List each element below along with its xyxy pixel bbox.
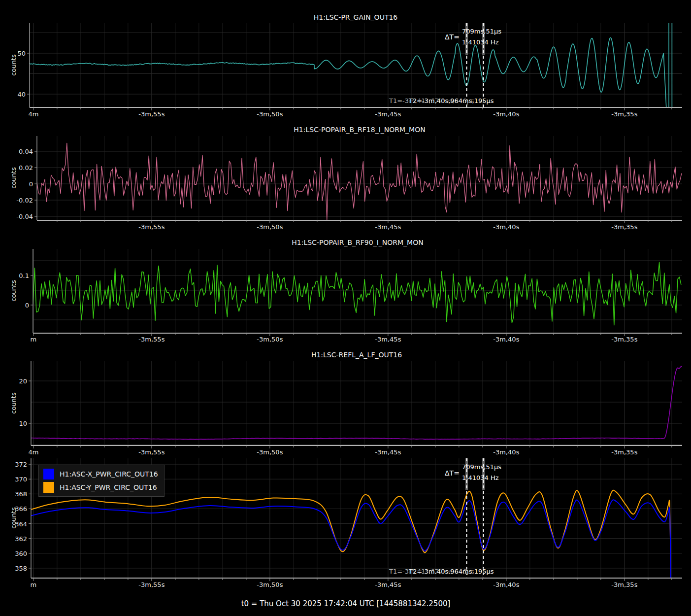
y-tick-label: 50 <box>17 50 26 57</box>
x-tick-label: -3m,45s <box>375 110 401 118</box>
y-axis-label-1: counts <box>10 54 17 75</box>
legend-row-y[interactable]: H1:ASC-Y_PWR_CIRC_OUT16 <box>43 482 158 493</box>
x-tick-label: 4m <box>28 110 38 118</box>
y-tick-label: 0 <box>29 180 33 188</box>
legend[interactable]: H1:ASC-X_PWR_CIRC_OUT16 H1:ASC-Y_PWR_CIR… <box>38 465 165 497</box>
x-tick-label: -3m,40s <box>493 581 519 588</box>
t0-timestamp: t0 = Thu Oct 30 2025 17:42:04 UTC [14458… <box>241 599 451 608</box>
delta-t-value-5: 709ms,51μs <box>462 463 501 471</box>
y-tick-label: 40 <box>17 91 26 98</box>
y-tick-label: 0.04 <box>19 148 33 155</box>
y-axis-label-4: counts <box>10 392 17 413</box>
y-tick-label: 360 <box>15 549 27 557</box>
x-tick-label: -3m,45s <box>375 448 401 456</box>
x-tick-label: -3m,35s <box>611 336 637 343</box>
delta-t-value: 709ms,51μs <box>462 28 501 35</box>
cursor-times-panel5: T1=-3m,41s,673ms,246μs T2=-3m,40s,964ms,… <box>389 568 474 575</box>
legend-row-x[interactable]: H1:ASC-X_PWR_CIRC_OUT16 <box>43 469 158 479</box>
x-tick-label: -3m,45s <box>375 223 401 231</box>
x-tick-label: -3m,45s <box>375 336 401 343</box>
x-tick-label: -3m,50s <box>257 223 283 231</box>
y-axis-label-3: counts <box>10 280 17 301</box>
cursor-times-panel1: T1=-3m,41s,673ms,246μs T2=-3m,40s,964ms,… <box>389 97 474 104</box>
x-tick-label: -3m,55s <box>138 110 165 118</box>
legend-swatch-y <box>43 482 54 493</box>
delta-t-prefix-5: ΔT= <box>445 469 460 477</box>
y-tick-label: 358 <box>15 564 27 572</box>
x-tick-label: -3m,35s <box>611 110 637 118</box>
x-tick-label: -3m,55s <box>138 223 165 231</box>
legend-label-x: H1:ASC-X_PWR_CIRC_OUT16 <box>60 470 158 478</box>
x-tick-label: -3m,50s <box>257 448 283 456</box>
legend-label-y: H1:ASC-Y_PWR_CIRC_OUT16 <box>60 483 157 491</box>
x-tick-label: m <box>31 336 37 343</box>
x-tick-label: -3m,35s <box>611 223 637 231</box>
y-tick-label: 0.1 <box>19 272 29 279</box>
panel-title-rf18: H1:LSC-POPAIR_B_RF18_I_NORM_MON <box>294 126 425 134</box>
y-tick-label: 0.02 <box>19 164 33 171</box>
delta-f-value-5: 1.41034 Hz <box>462 474 499 481</box>
x-tick-label: -3m,40s <box>493 110 519 118</box>
ndscope-window: H1:LSC-PR_GAIN_OUT16 H1:LSC-POPAIR_B_RF1… <box>0 0 691 616</box>
t2-label: T2=-3m,40s,964ms,195μs <box>409 97 494 104</box>
x-tick-label: -3m,50s <box>257 581 283 588</box>
x-tick-label: -3m,35s <box>611 581 637 588</box>
y-tick-label: 368 <box>15 490 27 498</box>
x-tick-label: -3m,55s <box>138 581 165 588</box>
plot-canvas[interactable] <box>0 0 691 616</box>
t2-label-5: T2=-3m,40s,964ms,195μs <box>409 568 494 575</box>
x-tick-label: -3m,35s <box>611 448 637 456</box>
y-tick-label: -0.02 <box>16 197 33 204</box>
panel-title-rf90: H1:LSC-POPAIR_B_RF90_I_NORM_MON <box>292 239 423 246</box>
y-tick-label: 362 <box>15 535 27 542</box>
y-axis-label-2: counts <box>10 167 17 188</box>
x-tick-label: -3m,50s <box>257 336 283 343</box>
y-tick-label: 366 <box>15 505 27 513</box>
x-tick-label: m <box>31 581 37 588</box>
x-tick-label: -3m,55s <box>138 448 165 456</box>
y-tick-label: -0.04 <box>16 213 33 220</box>
x-tick-label: -3m,40s <box>493 223 519 231</box>
legend-swatch-x <box>43 469 54 479</box>
y-tick-label: 372 <box>15 461 27 468</box>
x-tick-label: -3m,55s <box>138 336 165 343</box>
panel-title-pr-gain: H1:LSC-PR_GAIN_OUT16 <box>314 13 398 21</box>
y-tick-label: 20 <box>19 377 27 384</box>
y-tick-label: 370 <box>15 476 27 483</box>
x-tick-label: -3m,50s <box>257 110 283 118</box>
y-tick-label: 364 <box>15 520 27 527</box>
delta-t-prefix: ΔT= <box>445 33 460 41</box>
x-tick-label: -3m,40s <box>493 448 519 456</box>
panel-title-refl: H1:LSC-REFL_A_LF_OUT16 <box>311 351 402 359</box>
x-tick-label: -3m,45s <box>375 581 401 588</box>
y-tick-label: 10 <box>19 420 27 427</box>
y-tick-label: 0 <box>25 302 29 309</box>
x-tick-label: -3m,40s <box>493 336 519 343</box>
x-tick-label: 4m <box>28 448 38 456</box>
delta-f-value: 1.41034 Hz <box>462 38 499 46</box>
